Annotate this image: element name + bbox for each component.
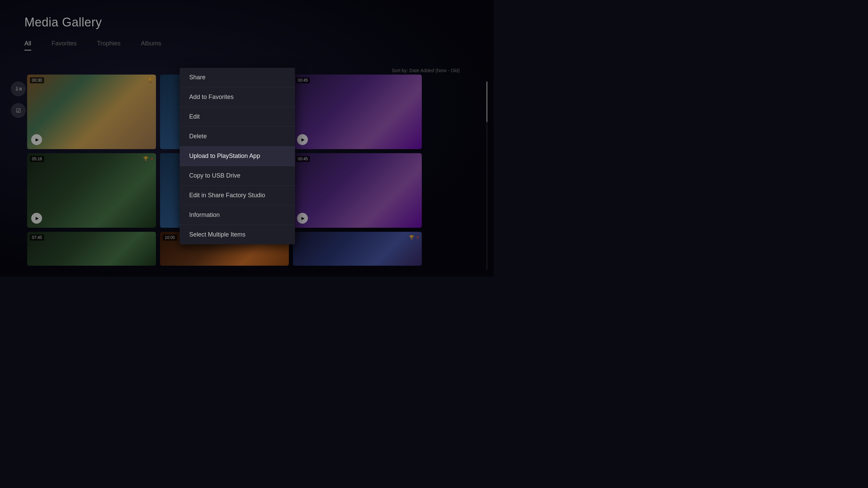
- menu-item-copy-usb[interactable]: Copy to USB Drive: [180, 166, 295, 186]
- menu-item-add-to-favorites[interactable]: Add to Favorites: [180, 87, 295, 107]
- menu-item-edit[interactable]: Edit: [180, 107, 295, 127]
- menu-item-information[interactable]: Information: [180, 205, 295, 225]
- menu-item-upload-ps-app[interactable]: Upload to PlayStation App: [180, 146, 295, 166]
- context-menu: Share Add to Favorites Edit Delete Uploa…: [180, 68, 295, 244]
- menu-item-select-multiple[interactable]: Select Multiple Items: [180, 225, 295, 244]
- menu-item-edit-share-factory[interactable]: Edit in Share Factory Studio: [180, 186, 295, 205]
- menu-item-delete[interactable]: Delete: [180, 127, 295, 146]
- menu-item-share[interactable]: Share: [180, 68, 295, 87]
